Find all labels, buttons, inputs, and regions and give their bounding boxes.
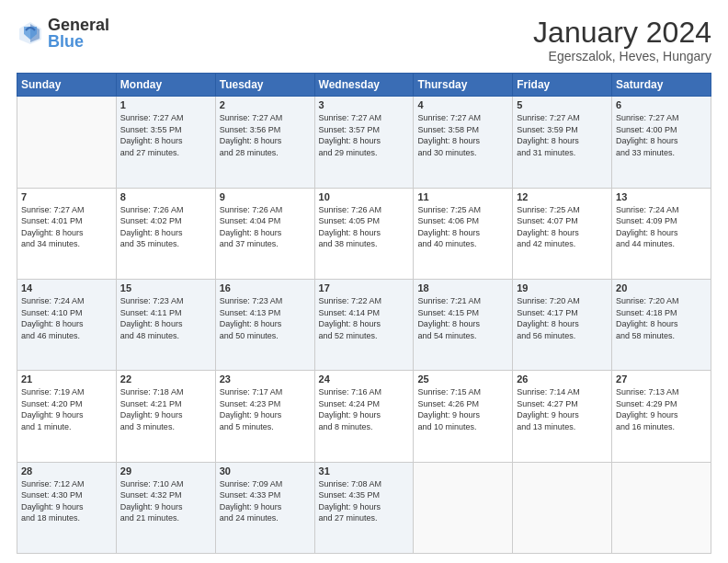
day-number: 10 [319,191,410,202]
day-number: 22 [120,373,211,385]
day-info: Sunrise: 7:21 AM Sunset: 4:15 PM Dayligh… [417,295,508,341]
day-info: Sunrise: 7:25 AM Sunset: 4:07 PM Dayligh… [517,204,608,250]
day-header: Wednesday [314,74,414,97]
day-info: Sunrise: 7:27 AM Sunset: 3:55 PM Dayligh… [120,112,211,158]
day-number: 4 [417,99,508,110]
day-number: 6 [616,99,707,110]
page-header: General Blue January 2024 Egerszalok, He… [17,17,711,63]
day-number: 8 [120,191,211,202]
day-info: Sunrise: 7:27 AM Sunset: 3:56 PM Dayligh… [220,112,311,158]
calendar-cell: 23Sunrise: 7:17 AM Sunset: 4:23 PM Dayli… [215,371,314,462]
calendar-cell: 27Sunrise: 7:13 AM Sunset: 4:29 PM Dayli… [612,371,711,462]
day-number: 11 [417,191,508,202]
day-info: Sunrise: 7:22 AM Sunset: 4:14 PM Dayligh… [319,295,410,341]
day-number: 21 [21,373,112,385]
day-number: 24 [319,373,410,385]
calendar-cell: 2Sunrise: 7:27 AM Sunset: 3:56 PM Daylig… [215,97,314,188]
day-header: Tuesday [215,74,314,97]
day-number: 9 [220,191,311,202]
calendar-cell: 13Sunrise: 7:24 AM Sunset: 4:09 PM Dayli… [612,188,711,279]
day-info: Sunrise: 7:24 AM Sunset: 4:09 PM Dayligh… [616,204,707,250]
calendar-cell: 12Sunrise: 7:25 AM Sunset: 4:07 PM Dayli… [513,188,612,279]
day-info: Sunrise: 7:27 AM Sunset: 4:00 PM Dayligh… [616,112,707,158]
header-row: SundayMondayTuesdayWednesdayThursdayFrid… [17,74,711,97]
calendar-header: SundayMondayTuesdayWednesdayThursdayFrid… [17,74,711,97]
day-info: Sunrise: 7:26 AM Sunset: 4:02 PM Dayligh… [120,204,211,250]
calendar-cell: 26Sunrise: 7:14 AM Sunset: 4:27 PM Dayli… [513,371,612,462]
calendar-cell: 3Sunrise: 7:27 AM Sunset: 3:57 PM Daylig… [314,97,414,188]
day-info: Sunrise: 7:20 AM Sunset: 4:17 PM Dayligh… [517,295,608,341]
day-info: Sunrise: 7:20 AM Sunset: 4:18 PM Dayligh… [616,295,707,341]
day-info: Sunrise: 7:27 AM Sunset: 3:58 PM Dayligh… [417,112,508,158]
day-number: 19 [517,282,608,293]
logo-general: General [48,17,109,33]
day-info: Sunrise: 7:18 AM Sunset: 4:21 PM Dayligh… [120,386,211,432]
calendar-cell: 8Sunrise: 7:26 AM Sunset: 4:02 PM Daylig… [116,188,215,279]
day-number: 2 [220,99,311,110]
day-number: 13 [616,191,707,202]
day-info: Sunrise: 7:15 AM Sunset: 4:26 PM Dayligh… [417,386,508,432]
day-header: Saturday [612,74,711,97]
logo-blue: Blue [48,33,109,50]
day-info: Sunrise: 7:12 AM Sunset: 4:30 PM Dayligh… [21,478,112,524]
title-block: January 2024 Egerszalok, Heves, Hungary [533,17,711,63]
day-number: 26 [517,373,608,385]
month-title: January 2024 [533,17,711,49]
calendar-cell: 6Sunrise: 7:27 AM Sunset: 4:00 PM Daylig… [612,97,711,188]
calendar-cell: 17Sunrise: 7:22 AM Sunset: 4:14 PM Dayli… [314,279,414,370]
day-info: Sunrise: 7:23 AM Sunset: 4:11 PM Dayligh… [120,295,211,341]
logo-text: General Blue [48,17,109,50]
calendar-cell: 5Sunrise: 7:27 AM Sunset: 3:59 PM Daylig… [513,97,612,188]
day-info: Sunrise: 7:08 AM Sunset: 4:35 PM Dayligh… [319,478,410,524]
day-header: Thursday [414,74,513,97]
day-info: Sunrise: 7:17 AM Sunset: 4:23 PM Dayligh… [220,386,311,432]
calendar-cell: 24Sunrise: 7:16 AM Sunset: 4:24 PM Dayli… [314,371,414,462]
calendar-cell: 25Sunrise: 7:15 AM Sunset: 4:26 PM Dayli… [414,371,513,462]
day-info: Sunrise: 7:24 AM Sunset: 4:10 PM Dayligh… [21,295,112,341]
calendar-cell: 1Sunrise: 7:27 AM Sunset: 3:55 PM Daylig… [116,97,215,188]
day-header: Monday [116,74,215,97]
day-info: Sunrise: 7:14 AM Sunset: 4:27 PM Dayligh… [517,386,608,432]
day-number: 15 [120,282,211,293]
calendar-body: 1Sunrise: 7:27 AM Sunset: 3:55 PM Daylig… [17,97,711,554]
day-number: 28 [21,465,112,477]
day-number: 29 [120,465,211,477]
location: Egerszalok, Heves, Hungary [533,49,711,63]
day-number: 7 [21,191,112,202]
day-number: 30 [220,465,311,477]
day-header: Sunday [17,74,117,97]
calendar-cell: 16Sunrise: 7:23 AM Sunset: 4:13 PM Dayli… [215,279,314,370]
day-number: 3 [319,99,410,110]
calendar-cell: 10Sunrise: 7:26 AM Sunset: 4:05 PM Dayli… [314,188,414,279]
logo: General Blue [17,17,109,50]
calendar-week: 28Sunrise: 7:12 AM Sunset: 4:30 PM Dayli… [17,462,711,553]
calendar-week: 7Sunrise: 7:27 AM Sunset: 4:01 PM Daylig… [17,188,711,279]
calendar-cell: 9Sunrise: 7:26 AM Sunset: 4:04 PM Daylig… [215,188,314,279]
calendar-cell: 30Sunrise: 7:09 AM Sunset: 4:33 PM Dayli… [215,462,314,553]
calendar-cell: 18Sunrise: 7:21 AM Sunset: 4:15 PM Dayli… [414,279,513,370]
day-info: Sunrise: 7:09 AM Sunset: 4:33 PM Dayligh… [220,478,311,524]
day-info: Sunrise: 7:26 AM Sunset: 4:04 PM Dayligh… [220,204,311,250]
calendar-cell: 29Sunrise: 7:10 AM Sunset: 4:32 PM Dayli… [116,462,215,553]
calendar-table: SundayMondayTuesdayWednesdayThursdayFrid… [17,73,711,554]
day-header: Friday [513,74,612,97]
day-number: 25 [417,373,508,385]
day-info: Sunrise: 7:27 AM Sunset: 4:01 PM Dayligh… [21,204,112,250]
day-number: 23 [220,373,311,385]
day-info: Sunrise: 7:23 AM Sunset: 4:13 PM Dayligh… [220,295,311,341]
calendar-week: 14Sunrise: 7:24 AM Sunset: 4:10 PM Dayli… [17,279,711,370]
day-number: 12 [517,191,608,202]
calendar-cell [414,462,513,553]
day-info: Sunrise: 7:26 AM Sunset: 4:05 PM Dayligh… [319,204,410,250]
calendar-cell: 28Sunrise: 7:12 AM Sunset: 4:30 PM Dayli… [17,462,117,553]
day-info: Sunrise: 7:25 AM Sunset: 4:06 PM Dayligh… [417,204,508,250]
calendar-cell: 15Sunrise: 7:23 AM Sunset: 4:11 PM Dayli… [116,279,215,370]
day-number: 16 [220,282,311,293]
day-number: 20 [616,282,707,293]
day-number: 27 [616,373,707,385]
day-info: Sunrise: 7:16 AM Sunset: 4:24 PM Dayligh… [319,386,410,432]
calendar-cell [612,462,711,553]
day-info: Sunrise: 7:10 AM Sunset: 4:32 PM Dayligh… [120,478,211,524]
calendar-cell: 14Sunrise: 7:24 AM Sunset: 4:10 PM Dayli… [17,279,117,370]
day-info: Sunrise: 7:19 AM Sunset: 4:20 PM Dayligh… [21,386,112,432]
